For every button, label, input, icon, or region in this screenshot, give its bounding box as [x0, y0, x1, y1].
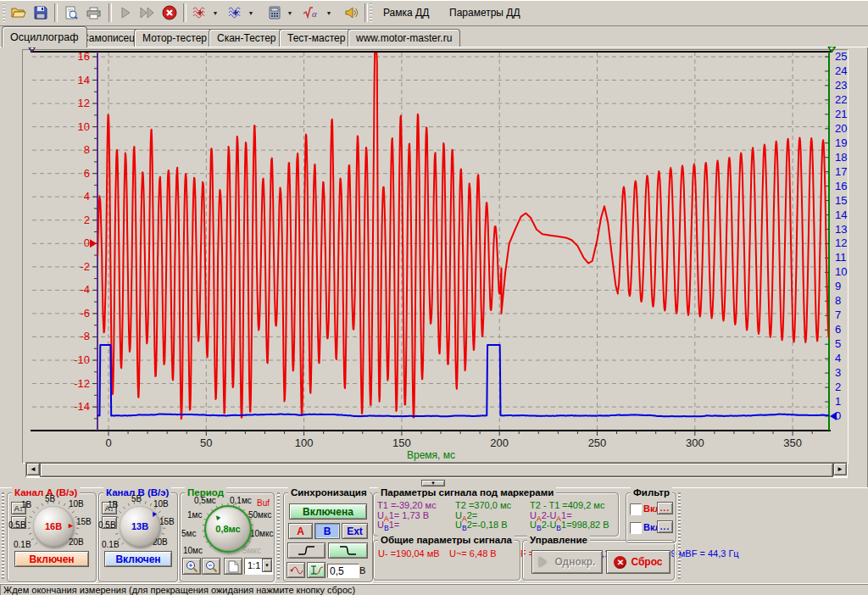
fast-forward-icon: [140, 7, 155, 19]
sync-enabled-button[interactable]: Включена: [289, 503, 367, 520]
sync-source-ext-button[interactable]: Ext: [342, 523, 368, 539]
main-toolbar: ▼ ▼ ▼ α ▼ Рамка ДД Параметры ДД: [0, 0, 868, 26]
svg-text:18: 18: [835, 151, 847, 164]
scale-label: 0,1мс: [230, 496, 252, 505]
svg-text:5: 5: [835, 337, 841, 350]
zoom-ratio-dropdown[interactable]: ▼: [262, 559, 272, 572]
general-params-title: Общие параметры сигнала: [378, 535, 515, 545]
svg-text:20: 20: [835, 122, 847, 135]
filter-b-settings-button[interactable]: ...: [657, 520, 673, 533]
filter-b-checkbox[interactable]: [630, 522, 642, 534]
zoom-in-button[interactable]: [182, 558, 201, 575]
sqrt-alpha-icon: α: [303, 6, 321, 19]
svg-text:2: 2: [84, 214, 90, 226]
filter-a-settings-button[interactable]: ...: [657, 502, 673, 514]
channel-b-knob-pointer: ▼: [149, 510, 159, 520]
zoom-ratio-combo[interactable]: 1:1 ▼: [244, 558, 273, 575]
scroll-right-button[interactable]: ►: [833, 463, 847, 475]
play-icon: [120, 7, 131, 19]
svg-text:22: 22: [835, 93, 847, 106]
sync-level-button[interactable]: [307, 562, 326, 578]
tab-test-master[interactable]: Тест-мастер: [279, 29, 353, 47]
svg-text:-12: -12: [74, 377, 90, 390]
zoom-in-icon: [186, 560, 198, 573]
scale-label: 5В: [131, 494, 142, 503]
tab-motor-tester[interactable]: Мотор-тестер: [134, 29, 215, 47]
blue-wave-icon: [228, 6, 243, 19]
reset-button[interactable]: ✕ Сброс: [606, 550, 670, 574]
scale-label: 10В: [69, 499, 84, 509]
channel-b-signal-button[interactable]: [225, 3, 246, 23]
print-preview-button[interactable]: [61, 3, 81, 23]
toolbar-grip[interactable]: [370, 3, 372, 22]
tab-scan-tester[interactable]: Скан-Тестер: [209, 29, 285, 47]
math-function-button[interactable]: α: [302, 3, 322, 23]
falling-edge-icon: [339, 544, 358, 557]
scale-label: 5мкс: [242, 546, 261, 555]
filter-a-checkbox[interactable]: [630, 503, 642, 515]
math-function-dropdown[interactable]: ▼: [324, 3, 334, 23]
svg-text:0: 0: [84, 236, 90, 249]
start-button[interactable]: [115, 3, 136, 23]
channel-b-power-button[interactable]: Включен: [104, 551, 172, 567]
oscilloscope-plot[interactable]: 1614121086420-2-4-6-8-10-12-142524232221…: [0, 47, 868, 487]
calculator-button[interactable]: [264, 3, 285, 23]
channel-b-group: Канал В (В/э) А↕ А↕ 1В 5В 10В 15В 20В 0.…: [98, 492, 178, 582]
zero-level-pointer-left[interactable]: [90, 239, 97, 247]
sync-rising-edge-button[interactable]: [287, 542, 326, 559]
start-series-button[interactable]: [137, 3, 158, 23]
tab-website[interactable]: www.motor-master.ru: [348, 29, 460, 47]
panel-grip[interactable]: [2, 492, 4, 579]
new-buffer-button[interactable]: [224, 558, 242, 575]
sync-level-input[interactable]: [327, 564, 359, 578]
tab-oscilloscope[interactable]: Осциллограф: [2, 26, 87, 47]
tab-bar: Осциллограф Самописец Мотор-тестер Скан-…: [0, 25, 868, 47]
svg-text:6: 6: [835, 323, 841, 336]
calculator-icon: [269, 6, 281, 19]
scale-label: 1В: [108, 500, 118, 509]
single-shot-button[interactable]: Однокр.: [531, 550, 603, 574]
marker-ub1: UB1=: [377, 520, 455, 531]
panel-grip[interactable]: [277, 492, 280, 579]
scale-label: 5В: [45, 494, 55, 503]
channel-a-power-button[interactable]: Включен: [14, 551, 89, 567]
channel-a-knob[interactable]: 16В ►: [33, 506, 74, 547]
open-button[interactable]: [8, 3, 29, 23]
sync-source-b-button[interactable]: В: [314, 523, 340, 539]
channel-b-signal-dropdown[interactable]: ▼: [246, 3, 256, 23]
scale-label: Buf: [257, 498, 270, 508]
params-dd-button[interactable]: Параметры ДД: [441, 3, 529, 23]
svg-text:7: 7: [835, 309, 841, 321]
scroll-left-button[interactable]: ◄: [26, 463, 40, 475]
print-button[interactable]: [83, 3, 103, 23]
sound-button[interactable]: [341, 3, 361, 23]
channel-b-knob[interactable]: 13В ▼: [120, 506, 160, 547]
sync-source-a-button[interactable]: А: [288, 523, 313, 539]
plot-horizontal-scrollbar[interactable]: ◄ ►: [25, 462, 848, 478]
channel-a-signal-dropdown[interactable]: ▼: [210, 3, 220, 23]
svg-text:16: 16: [835, 180, 847, 192]
zero-level-pointer-right[interactable]: [830, 412, 837, 420]
frame-dd-button[interactable]: Рамка ДД: [375, 3, 437, 23]
scroll-thumb[interactable]: [40, 463, 833, 477]
zoom-out-button[interactable]: [202, 558, 220, 575]
general-params-group: Общие параметры сигнала U- =190,04 мВ U~…: [373, 540, 520, 581]
toolbar-separator: [183, 3, 186, 22]
marker-params-grid: T1 =-39,20 мс T2 =370,0 мс T2 - T1 =409,…: [377, 501, 616, 531]
svg-text:-4: -4: [80, 283, 90, 296]
scale-label: 5мс: [181, 529, 196, 538]
stop-button[interactable]: [159, 3, 180, 23]
sync-falling-edge-button[interactable]: [328, 542, 368, 559]
panel-grip[interactable]: [678, 492, 681, 579]
toolbar-grip[interactable]: [3, 3, 5, 22]
svg-text:1: 1: [835, 395, 841, 408]
panel-collapse-button[interactable]: ▼: [421, 480, 445, 487]
svg-text:2: 2: [830, 47, 834, 51]
channel-a-signal-button[interactable]: [190, 3, 210, 23]
scale-label: 0.5В: [98, 520, 116, 530]
period-knob[interactable]: 0,8мс ▲: [204, 505, 252, 553]
sync-mode-button[interactable]: [287, 562, 305, 578]
save-button[interactable]: [31, 3, 51, 23]
scale-label: 0.1В: [14, 540, 31, 549]
calculator-dropdown[interactable]: ▼: [285, 3, 295, 23]
